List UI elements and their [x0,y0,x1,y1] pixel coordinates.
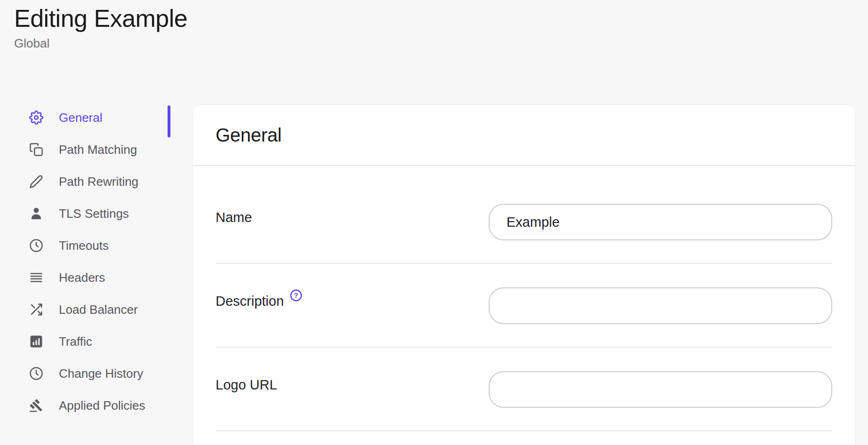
name-field-label: Name [216,210,252,225]
sidebar-item-label: Applied Policies [59,398,145,413]
sidebar-item-applied-policies[interactable]: Applied Policies [14,389,169,421]
description-field-label: Description [216,294,284,309]
sidebar-item-general[interactable]: General [14,102,169,134]
active-nav-indicator [168,105,170,137]
sidebar-item-label: Change History [59,366,143,381]
sidebar-item-label: Path Rewriting [59,175,138,189]
gear-icon [29,111,43,125]
history-icon [29,366,43,381]
pencil-icon [29,175,43,189]
logo-url-field-label: Logo URL [216,377,277,393]
shuffle-icon [29,302,43,317]
sidebar-item-label: TLS Settings [59,207,129,221]
clock-icon [29,238,43,253]
general-settings-panel: General Name Description ? Logo URL [193,104,855,445]
copy-icon [29,143,43,157]
page-subtitle: Global [14,36,187,51]
logo-url-input[interactable] [489,371,832,408]
description-field-row: Description ? [193,264,855,348]
page-header: Editing Example Global [14,3,187,51]
sidebar-item-path-rewriting[interactable]: Path Rewriting [14,166,169,198]
sidebar-item-change-history[interactable]: Change History [14,358,169,389]
sidebar-item-tls-settings[interactable]: TLS Settings [14,198,169,230]
sidebar-item-label: General [59,111,103,125]
panel-header: General [193,105,855,166]
svg-text:?: ? [294,292,298,299]
sidebar-item-label: Traffic [59,334,92,349]
settings-sidebar: General Path Matching Path Rewriting TLS… [14,102,169,421]
sidebar-item-load-balancer[interactable]: Load Balancer [14,294,169,326]
name-field-row: Name [193,166,855,264]
description-input[interactable] [489,287,832,324]
sidebar-item-label: Load Balancer [59,302,138,317]
page-title: Editing Example [14,3,187,34]
logo-url-field-row: Logo URL [193,348,855,431]
sidebar-item-timeouts[interactable]: Timeouts [14,230,169,262]
person-icon [29,207,43,221]
sidebar-item-traffic[interactable]: Traffic [14,326,169,358]
lines-icon [29,270,43,285]
gavel-icon [29,398,43,413]
panel-title: General [216,125,281,146]
help-icon[interactable]: ? [289,289,303,302]
sidebar-item-headers[interactable]: Headers [14,262,169,294]
sidebar-item-path-matching[interactable]: Path Matching [14,134,169,166]
name-input[interactable] [489,204,832,240]
sidebar-item-label: Headers [59,270,105,285]
sidebar-item-label: Path Matching [59,143,137,157]
bar-chart-icon [29,334,43,349]
sidebar-item-label: Timeouts [59,238,109,253]
